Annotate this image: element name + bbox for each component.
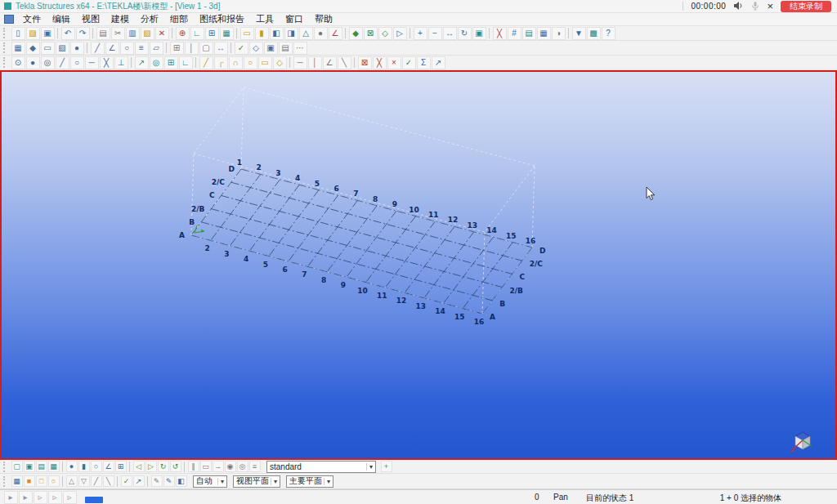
edit-profile-icon[interactable]: ✎: [163, 475, 175, 487]
tri-down-tool-icon[interactable]: ▽: [78, 475, 90, 487]
create-weld-icon[interactable]: ∠: [329, 27, 342, 40]
create-grid-icon[interactable]: ⊞: [205, 27, 219, 40]
toolbar-grip[interactable]: [3, 57, 7, 68]
snap-nearest-point-icon[interactable]: ◎: [41, 56, 55, 69]
create-slab-icon[interactable]: ◨: [284, 27, 298, 40]
class-colors-icon[interactable]: □: [36, 475, 47, 487]
help-icon[interactable]: ?: [602, 27, 615, 40]
toggle-welds-icon[interactable]: ∠: [103, 461, 114, 472]
drawing-list-icon[interactable]: ▦: [537, 27, 551, 40]
status-flag-3-icon[interactable]: ▹: [34, 491, 47, 504]
snap-perpendicular-icon[interactable]: ⊥: [114, 56, 128, 69]
screenshot-icon[interactable]: ◉: [225, 461, 236, 472]
snap-mode-dropdown[interactable]: 自动 ▾: [193, 475, 227, 488]
plane-type-dropdown[interactable]: 主要平面 ▾: [286, 475, 333, 488]
verify-icon[interactable]: ✓: [402, 56, 416, 69]
toolbar-grip[interactable]: [3, 476, 7, 487]
line-tool-a-icon[interactable]: ╱: [91, 475, 102, 487]
snap-geometry-points-icon[interactable]: ●: [26, 56, 40, 69]
snap-end-points-icon[interactable]: ╱: [56, 56, 69, 69]
line-tool-b-icon[interactable]: ╲: [103, 475, 114, 487]
view-next-icon[interactable]: ▷: [145, 461, 157, 472]
macro-icon[interactable]: ▷: [393, 27, 407, 40]
menu-help[interactable]: 帮助: [309, 13, 338, 25]
toolbar-grip[interactable]: [3, 462, 7, 472]
toolbar-grip[interactable]: [3, 28, 7, 38]
ortho-toggle-icon[interactable]: ∟: [179, 56, 193, 69]
chevron-down-icon[interactable]: ▾: [217, 478, 224, 485]
select-marks-icon[interactable]: ✓: [235, 42, 248, 55]
snap-any-position-icon[interactable]: ◎: [150, 56, 163, 69]
select-tasks-icon[interactable]: ▤: [279, 42, 293, 55]
select-objects-icon[interactable]: ◇: [249, 42, 263, 55]
menu-analysis[interactable]: 分析: [135, 13, 164, 25]
pan-tool-icon[interactable]: ↔: [443, 27, 457, 40]
snap-center-points-icon[interactable]: ○: [70, 56, 84, 69]
view-rendered-icon[interactable]: ▦: [48, 461, 60, 472]
create-beam-icon[interactable]: ▭: [240, 27, 254, 40]
zoom-out-icon[interactable]: −: [428, 27, 442, 40]
cut-icon[interactable]: ✂: [111, 27, 125, 40]
clip-plane-icon[interactable]: ∥: [188, 461, 199, 472]
select-rebar-icon[interactable]: ≡: [135, 42, 149, 55]
status-flag-4-icon[interactable]: ▹: [48, 491, 62, 504]
select-all-switch-icon[interactable]: ▦: [11, 42, 25, 55]
menu-modeling[interactable]: 建模: [105, 13, 135, 25]
document-window-icon[interactable]: [4, 15, 14, 24]
print-icon[interactable]: ▤: [96, 27, 110, 40]
pointer-tool-icon[interactable]: ↗: [432, 56, 445, 69]
menu-file[interactable]: 文件: [17, 13, 47, 25]
delete-line-icon[interactable]: ╳: [373, 56, 387, 69]
create-item-icon[interactable]: △: [299, 27, 313, 40]
delete-all-icon[interactable]: ×: [387, 56, 401, 69]
status-flag-2-icon[interactable]: ▸: [19, 491, 33, 504]
toggle-grids-icon[interactable]: ⊞: [115, 461, 127, 472]
microphone-icon[interactable]: [751, 0, 759, 14]
toggle-bolts-icon[interactable]: ○: [91, 461, 102, 472]
select-welds-icon[interactable]: ∠: [105, 42, 119, 55]
work-area-icon[interactable]: ▭: [200, 461, 212, 472]
view-shaded-icon[interactable]: ▣: [24, 461, 35, 472]
select-distances-icon[interactable]: ↔: [214, 42, 228, 55]
sum-tool-icon[interactable]: Σ: [417, 56, 431, 69]
update-window-icon[interactable]: ↺: [170, 461, 181, 472]
paste-icon[interactable]: ▧: [141, 27, 154, 40]
create-column-icon[interactable]: ▮: [255, 27, 269, 40]
paint-tool-icon[interactable]: ◧: [176, 475, 187, 487]
visibility-settings-icon[interactable]: ◎: [237, 461, 248, 472]
menu-window[interactable]: 窗口: [280, 13, 309, 25]
save-model-icon[interactable]: ▣: [41, 27, 55, 40]
component-catalog-icon[interactable]: ◆: [349, 27, 363, 40]
select-grids-icon[interactable]: ⊞: [170, 42, 184, 55]
menu-drawings-reports[interactable]: 图纸和报告: [194, 13, 250, 25]
select-views-icon[interactable]: ▢: [199, 42, 213, 55]
measure-icon[interactable]: ∟: [190, 27, 204, 40]
create-arc-icon[interactable]: ∩: [229, 56, 243, 69]
copy-icon[interactable]: ▥: [126, 27, 140, 40]
create-line-icon[interactable]: ╱: [199, 56, 213, 69]
snap-midpoints-icon[interactable]: ─: [85, 56, 99, 69]
snapshot-icon[interactable]: ▩: [587, 27, 601, 40]
lot-colors-icon[interactable]: ○: [48, 475, 60, 487]
model-viewport[interactable]: 1234567891011121314151623456789101112131…: [0, 70, 837, 460]
create-bolt-icon[interactable]: ●: [314, 27, 328, 40]
edit-sketch-icon[interactable]: ✎: [151, 475, 163, 487]
stop-recording-button[interactable]: 结束录制: [781, 1, 831, 12]
delete-point-icon[interactable]: ⊠: [358, 56, 372, 69]
clash-check-icon[interactable]: ╳: [493, 27, 507, 40]
create-point-icon[interactable]: ⊕: [176, 27, 190, 40]
orientation-cube-icon[interactable]: [790, 432, 812, 453]
view-previous-icon[interactable]: ◁: [133, 461, 145, 472]
snap-extension-icon[interactable]: ↗: [135, 56, 149, 69]
create-rectangle-icon[interactable]: ▭: [258, 56, 272, 69]
menu-detailing[interactable]: 细部: [164, 13, 194, 25]
select-more-icon[interactable]: ⋯: [293, 42, 307, 55]
chevron-down-icon[interactable]: ▾: [324, 478, 330, 485]
snap-intersections-icon[interactable]: ╳: [100, 56, 114, 69]
view-wireframe-icon[interactable]: ▢: [11, 461, 23, 472]
phase-combobox[interactable]: standard ▾: [266, 461, 376, 473]
snap-reference-points-icon[interactable]: ⊙: [11, 56, 25, 69]
report-icon[interactable]: ▤: [522, 27, 536, 40]
menu-tools[interactable]: 工具: [250, 13, 280, 25]
status-flag-5-icon[interactable]: ▹: [63, 491, 77, 504]
